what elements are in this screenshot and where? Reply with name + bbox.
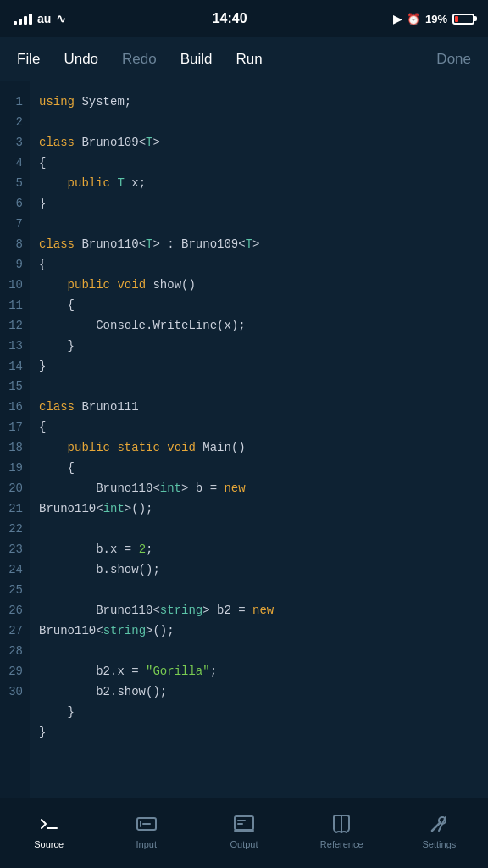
code-line: } bbox=[39, 702, 478, 722]
code-line: b.x = 2; bbox=[39, 539, 478, 559]
code-line: Bruno110<int>(); bbox=[39, 498, 478, 519]
line-num: 17 bbox=[0, 417, 30, 437]
line-num: 1 bbox=[0, 92, 30, 112]
code-line: Bruno110<int> b = new bbox=[39, 478, 478, 498]
code-line bbox=[39, 519, 478, 539]
line-num: 14 bbox=[0, 356, 30, 376]
line-num: 20 bbox=[0, 478, 30, 498]
source-icon bbox=[37, 812, 61, 836]
line-num: 21 bbox=[0, 498, 30, 519]
code-line bbox=[39, 641, 478, 661]
file-button[interactable]: File bbox=[7, 44, 50, 75]
done-button[interactable]: Done bbox=[426, 44, 481, 75]
line-num: 19 bbox=[0, 458, 30, 478]
line-num: 22 bbox=[0, 519, 30, 539]
battery-icon bbox=[452, 14, 474, 25]
line-num: 29 bbox=[0, 661, 30, 682]
code-line: class Bruno109<T> bbox=[39, 132, 478, 153]
code-line: { bbox=[39, 458, 478, 478]
code-line: public T x; bbox=[39, 173, 478, 193]
code-line: } bbox=[39, 336, 478, 356]
toolbar: File Undo Redo Build Run Done bbox=[0, 37, 488, 81]
input-label: Input bbox=[136, 839, 157, 849]
status-bar: au ∿ 14:40 ▶ ⏰ 19% bbox=[0, 0, 488, 37]
line-num: 12 bbox=[0, 315, 30, 336]
code-line: public static void Main() bbox=[39, 437, 478, 458]
nav-item-reference[interactable]: Reference bbox=[293, 798, 391, 868]
code-line: Bruno110<string>(); bbox=[39, 620, 478, 641]
location-icon: ▶ bbox=[393, 13, 402, 25]
code-line: class Bruno111 bbox=[39, 397, 478, 417]
code-line: { bbox=[39, 295, 478, 315]
line-num: 13 bbox=[0, 336, 30, 356]
signal-icon bbox=[14, 14, 32, 25]
code-line: b2.x = "Gorilla"; bbox=[39, 661, 478, 682]
svg-rect-4 bbox=[235, 816, 253, 830]
wifi-icon: ∿ bbox=[56, 12, 66, 25]
nav-item-source[interactable]: Source bbox=[0, 798, 97, 868]
bottom-nav: Source Input Output bbox=[0, 798, 488, 868]
line-num: 23 bbox=[0, 539, 30, 559]
line-num: 6 bbox=[0, 193, 30, 214]
run-button[interactable]: Run bbox=[226, 44, 273, 75]
code-line: using System; bbox=[39, 92, 478, 112]
carrier-label: au bbox=[37, 12, 51, 25]
input-icon bbox=[135, 812, 158, 836]
line-num: 27 bbox=[0, 620, 30, 641]
code-line: { bbox=[39, 254, 478, 275]
code-line bbox=[39, 112, 478, 132]
code-line bbox=[39, 214, 478, 234]
code-line bbox=[39, 580, 478, 600]
build-button[interactable]: Build bbox=[170, 44, 223, 75]
line-num: 25 bbox=[0, 580, 30, 600]
status-left: au ∿ bbox=[14, 12, 66, 25]
undo-button[interactable]: Undo bbox=[53, 44, 108, 75]
code-content[interactable]: using System; class Bruno109<T> { public… bbox=[30, 81, 488, 798]
nav-item-input[interactable]: Input bbox=[97, 798, 195, 868]
line-num: 16 bbox=[0, 397, 30, 417]
line-num: 28 bbox=[0, 641, 30, 661]
code-line bbox=[39, 376, 478, 397]
output-label: Output bbox=[230, 839, 258, 849]
line-num: 3 bbox=[0, 132, 30, 153]
nav-item-settings[interactable]: Settings bbox=[391, 798, 488, 868]
code-line: } bbox=[39, 356, 478, 376]
nav-item-output[interactable]: Output bbox=[195, 798, 292, 868]
code-line: class Bruno110<T> : Bruno109<T> bbox=[39, 234, 478, 254]
clock: 14:40 bbox=[213, 11, 247, 26]
line-num: 24 bbox=[0, 559, 30, 580]
settings-label: Settings bbox=[423, 839, 457, 849]
line-num: 4 bbox=[0, 153, 30, 173]
line-numbers: 1 2 3 4 5 6 7 8 9 10 11 12 13 14 15 16 1… bbox=[0, 81, 30, 798]
reference-icon bbox=[330, 812, 353, 836]
code-editor[interactable]: 1 2 3 4 5 6 7 8 9 10 11 12 13 14 15 16 1… bbox=[0, 81, 488, 798]
code-line: { bbox=[39, 417, 478, 437]
code-line: } bbox=[39, 193, 478, 214]
line-num: 8 bbox=[0, 234, 30, 254]
line-num: 15 bbox=[0, 376, 30, 397]
code-line: b.show(); bbox=[39, 559, 478, 580]
settings-icon bbox=[427, 812, 451, 836]
reference-label: Reference bbox=[320, 839, 363, 849]
code-line: public void show() bbox=[39, 275, 478, 295]
redo-button[interactable]: Redo bbox=[112, 44, 167, 75]
output-icon bbox=[232, 812, 256, 836]
code-line: b2.show(); bbox=[39, 682, 478, 702]
battery-pct: 19% bbox=[425, 13, 447, 25]
code-line: { bbox=[39, 153, 478, 173]
line-num: 30 bbox=[0, 682, 30, 702]
alarm-icon: ⏰ bbox=[407, 13, 420, 25]
line-num: 18 bbox=[0, 437, 30, 458]
line-num: 9 bbox=[0, 254, 30, 275]
line-num: 5 bbox=[0, 173, 30, 193]
line-num: 2 bbox=[0, 112, 30, 132]
line-num: 10 bbox=[0, 275, 30, 295]
code-line: } bbox=[39, 722, 478, 743]
code-line: Bruno110<string> b2 = new bbox=[39, 600, 478, 620]
code-line: Console.WriteLine(x); bbox=[39, 315, 478, 336]
line-num: 7 bbox=[0, 214, 30, 234]
line-num: 26 bbox=[0, 600, 30, 620]
line-num: 11 bbox=[0, 295, 30, 315]
status-right: ▶ ⏰ 19% bbox=[393, 13, 474, 25]
source-label: Source bbox=[34, 839, 64, 849]
